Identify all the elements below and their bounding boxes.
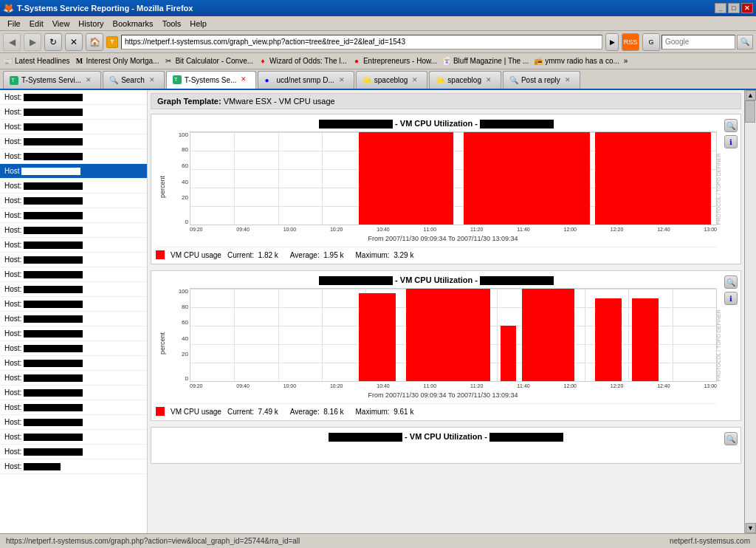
zoom-in-icon-0[interactable]: 🔍: [724, 119, 738, 132]
sidebar-item-14[interactable]: Host:: [0, 297, 147, 312]
scroll-up-button[interactable]: ▲: [746, 90, 756, 100]
sidebar-item-21[interactable]: Host:: [0, 400, 147, 415]
grid-v-0: [234, 132, 235, 225]
redacted-3: [24, 138, 83, 145]
tab-2[interactable]: T T-Systems Se... ✕: [166, 71, 257, 89]
stop-button[interactable]: ✕: [65, 33, 83, 51]
back-button[interactable]: ◀: [3, 33, 21, 51]
maximize-button[interactable]: □: [728, 3, 740, 13]
menu-view[interactable]: View: [48, 18, 75, 30]
sidebar: Host: Host: Host: Host: Host: Host Host:…: [0, 90, 148, 533]
sidebar-item-8[interactable]: Host:: [0, 208, 147, 223]
tab-close-4[interactable]: ✕: [412, 76, 421, 85]
bookmark-wizard[interactable]: ♦ Wizard of Odds: The l...: [258, 56, 347, 66]
tab-label-6: Post a reply: [521, 76, 560, 84]
tab-close-0[interactable]: ✕: [86, 76, 94, 85]
sidebar-item-25[interactable]: Host:: [0, 459, 147, 474]
scroll-down-button[interactable]: ▼: [746, 523, 756, 533]
tab-4[interactable]: 🌟 spaceblog ✕: [356, 71, 428, 89]
minimize-button[interactable]: _: [715, 3, 726, 13]
menu-bookmarks[interactable]: Bookmarks: [109, 18, 158, 30]
bookmark-more[interactable]: »: [624, 57, 628, 65]
bookmark-entrepreneurs[interactable]: ● Entrepreneurs - How...: [351, 56, 437, 66]
sidebar-item-4[interactable]: Host:: [0, 149, 147, 164]
sidebar-item-17[interactable]: Host:: [0, 341, 147, 356]
home-button[interactable]: 🏠: [86, 33, 103, 51]
stat-maximum-1: 9.61 k: [394, 408, 413, 416]
sidebar-item-11[interactable]: Host:: [0, 253, 147, 267]
grid-v2-10: [673, 289, 673, 381]
info-icon-1[interactable]: ℹ: [724, 292, 738, 305]
sidebar-item-10[interactable]: Host:: [0, 238, 147, 253]
legend-color-1: [156, 407, 165, 416]
scroll-track[interactable]: [745, 100, 756, 523]
graph-main-0: - VM CPU Utilization - percent 100 80: [156, 119, 736, 259]
sidebar-item-22[interactable]: Host:: [0, 415, 147, 430]
sidebar-item-6[interactable]: Host:: [0, 179, 147, 193]
scrollbar-right[interactable]: ▲ ▼: [744, 90, 756, 533]
tab-close-2[interactable]: ✕: [241, 75, 250, 84]
sidebar-item-1[interactable]: Host:: [0, 105, 147, 120]
sidebar-item-5[interactable]: Host: [0, 164, 147, 179]
chart-legend-1: VM CPU usage Current: 7.49 k Average: 8.…: [156, 403, 717, 416]
bookmark-icon-5: 🃏: [441, 56, 452, 66]
browser-search-button[interactable]: 🔍: [737, 35, 753, 49]
redacted-16: [24, 330, 83, 338]
tab-close-1[interactable]: ✕: [149, 76, 158, 85]
bookmark-ymmv[interactable]: 📻 ymmv radio has a co...: [533, 56, 619, 66]
sidebar-item-24[interactable]: Host:: [0, 445, 147, 459]
bookmark-headlines[interactable]: 📰 Latest Headlines: [3, 56, 70, 66]
chart-row-0: 100 80 60 40 20 0: [169, 131, 717, 225]
menu-help[interactable]: Help: [185, 18, 211, 30]
tab-favicon-4: 🌟: [362, 76, 371, 85]
tab-5[interactable]: 🌟 spaceblog ✕: [429, 71, 501, 89]
menu-file[interactable]: File: [3, 18, 25, 30]
nav-bar: ◀ ▶ ↻ ✕ 🏠 T ▶ RSS G 🔍: [0, 31, 756, 53]
close-button[interactable]: ✕: [741, 3, 753, 13]
bookmark-icon-2: ✂: [163, 56, 173, 66]
sidebar-item-2[interactable]: Host:: [0, 120, 147, 134]
sidebar-item-9[interactable]: Host:: [0, 223, 147, 238]
title-redacted-suffix-0: [480, 120, 554, 129]
bar-1-3: [522, 289, 574, 381]
sidebar-item-15[interactable]: Host:: [0, 312, 147, 326]
window-title: T-Systems Service Reporting - Mozilla Fi…: [17, 4, 193, 13]
menu-edit[interactable]: Edit: [25, 18, 48, 30]
tab-0[interactable]: T T-Systems Servi... ✕: [3, 71, 101, 89]
sidebar-item-16[interactable]: Host:: [0, 326, 147, 341]
tab-1[interactable]: 🔍 Search ✕: [103, 71, 165, 89]
forward-button[interactable]: ▶: [24, 33, 41, 51]
tab-close-3[interactable]: ✕: [339, 76, 348, 85]
sidebar-item-12[interactable]: Host:: [0, 267, 147, 282]
bookmark-bit-calc[interactable]: ✂ Bit Calculator - Conve...: [163, 56, 253, 66]
sidebar-item-0[interactable]: Host:: [0, 90, 147, 105]
scroll-thumb[interactable]: [745, 100, 755, 123]
search-engine-icon[interactable]: G: [642, 33, 660, 51]
tab-close-6[interactable]: ✕: [565, 76, 574, 85]
menu-tools[interactable]: Tools: [158, 18, 186, 30]
sidebar-item-20[interactable]: Host:: [0, 386, 147, 400]
tab-close-5[interactable]: ✕: [486, 76, 495, 85]
sidebar-item-19[interactable]: Host:: [0, 371, 147, 386]
tab-3[interactable]: ● ucd/net snmp D... ✕: [258, 71, 354, 89]
browser-search-input[interactable]: [662, 35, 735, 49]
sidebar-item-18[interactable]: Host:: [0, 356, 147, 371]
side-icons-1: 🔍 ℹ: [724, 275, 738, 305]
bookmark-mortgage[interactable]: M Interest Only Mortga...: [75, 56, 159, 66]
tab-6[interactable]: 🔍 Post a reply ✕: [503, 71, 580, 89]
rss-button[interactable]: RSS: [622, 33, 639, 51]
side-icon-2: 🔍: [724, 432, 738, 445]
go-button[interactable]: ▶: [605, 33, 619, 51]
reload-button[interactable]: ↻: [44, 33, 62, 51]
address-input[interactable]: [121, 35, 602, 49]
bar-1-1: [406, 289, 490, 381]
menu-history[interactable]: History: [74, 18, 108, 30]
sidebar-item-23[interactable]: Host:: [0, 430, 147, 445]
sidebar-item-7[interactable]: Host:: [0, 193, 147, 208]
sidebar-item-13[interactable]: Host:: [0, 282, 147, 297]
info-icon-0[interactable]: ℹ: [724, 135, 738, 148]
zoom-in-icon-2[interactable]: 🔍: [724, 432, 738, 445]
sidebar-item-3[interactable]: Host:: [0, 134, 147, 149]
zoom-in-icon-1[interactable]: 🔍: [724, 275, 738, 289]
bookmark-bluff[interactable]: 🃏 Bluff Magazine | The ...: [441, 56, 529, 66]
